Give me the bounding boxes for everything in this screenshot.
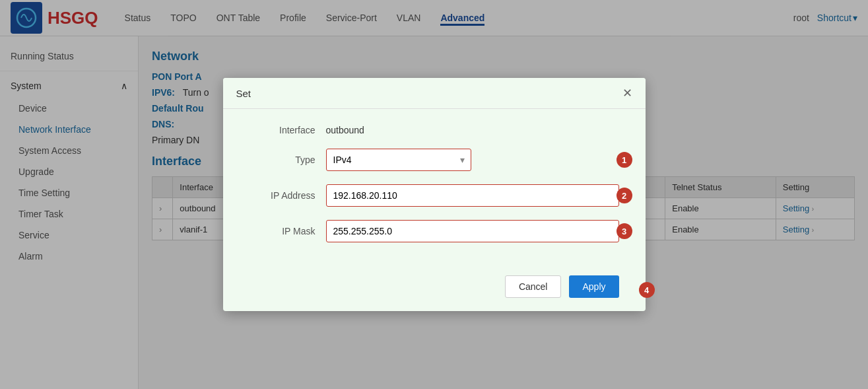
type-select-wrapper: IPv4 IPv6 [326, 149, 471, 171]
ip-address-input[interactable] [326, 184, 619, 207]
cancel-button[interactable]: Cancel [505, 275, 562, 298]
step-badge-2: 2 [617, 188, 632, 203]
ip-address-row: IP Address 2 [250, 184, 619, 207]
type-row: Type IPv4 IPv6 1 [250, 149, 619, 171]
step-badge-1: 1 [617, 152, 632, 168]
ip-mask-input[interactable] [326, 220, 619, 242]
ip-mask-row: IP Mask 3 [250, 220, 619, 242]
interface-value: outbound [326, 125, 364, 135]
type-select[interactable]: IPv4 IPv6 [326, 149, 471, 171]
dialog-overlay: Set ✕ ForoISP Interface outbound Type IP… [0, 0, 868, 389]
dialog-title: Set [236, 88, 251, 99]
step-badge-3: 3 [617, 223, 632, 239]
dialog-close-button[interactable]: ✕ [622, 87, 632, 99]
step-badge-4: 4 [639, 282, 655, 298]
dialog-body: ForoISP Interface outbound Type IPv4 IPv… [223, 109, 646, 269]
set-dialog: Set ✕ ForoISP Interface outbound Type IP… [223, 78, 646, 311]
ip-mask-label: IP Mask [250, 226, 316, 236]
apply-button[interactable]: Apply [569, 275, 618, 298]
interface-label: Interface [250, 125, 316, 135]
type-label: Type [250, 155, 316, 165]
dialog-header: Set ✕ [223, 78, 646, 109]
ip-address-label: IP Address [250, 190, 316, 201]
dialog-footer: Cancel Apply 4 [223, 269, 646, 311]
interface-row: Interface outbound [250, 125, 619, 135]
